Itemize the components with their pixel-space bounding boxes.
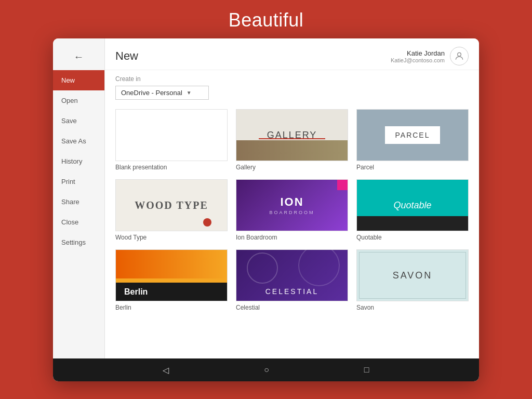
gallery-underline [259,138,325,139]
quotable-bar [357,216,468,231]
parcel-box: PARCEL [385,126,441,144]
dropdown-arrow-icon: ▼ [187,90,192,96]
template-label-parcel: Parcel [356,164,469,171]
user-info: Katie Jordan KatieJ@contoso.com [391,47,469,65]
template-label-gallery: Gallery [236,164,348,171]
berlin-text: Berlin [124,287,148,297]
template-thumb-celestial: CELESTIAL [236,249,348,301]
create-in-label: Create in [115,75,469,83]
template-gallery[interactable]: GALLERY Gallery [236,109,348,171]
sidebar-item-history[interactable]: History [53,151,104,171]
celestial-circle1 [247,252,278,284]
template-label-woodtype: Wood Type [115,234,228,241]
berlin-top [116,250,227,283]
template-label-blank: Blank presentation [115,164,228,171]
sidebar-item-share[interactable]: Share [53,192,104,212]
create-in-section: Create in OneDrive - Personal ▼ [105,70,479,104]
create-in-dropdown[interactable]: OneDrive - Personal ▼ [115,86,209,100]
template-thumb-woodtype: WOOD TYPE [115,179,228,231]
svg-point-0 [458,52,461,56]
user-name: Katie Jordan [391,49,445,57]
sidebar-item-print[interactable]: Print [53,171,104,192]
sidebar-item-settings[interactable]: Settings [53,232,104,252]
template-parcel[interactable]: PARCEL Parcel [356,109,469,171]
templates-grid: Blank presentation GALLERY Gallery PARCE… [105,104,479,358]
back-arrow-icon: ← [74,51,84,63]
berlin-stripe [116,278,227,283]
template-celestial[interactable]: CELESTIAL Celestial [236,249,348,311]
template-savon[interactable]: SAVON Savon [356,249,469,311]
template-label-berlin: Berlin [115,304,228,311]
parcel-text: PARCEL [395,131,430,139]
template-berlin[interactable]: Berlin Berlin [115,249,228,311]
celestial-text: CELESTIAL [265,287,318,296]
sidebar-item-new[interactable]: New [53,70,104,90]
sidebar-item-saveas[interactable]: Save As [53,131,104,151]
template-thumb-savon: SAVON [356,249,469,301]
tablet-shell: ← New Open Save Save As History Print Sh… [53,38,479,381]
template-label-quotable: Quotable [356,234,469,241]
template-thumb-parcel: PARCEL [356,109,469,161]
template-quotable[interactable]: Quotable Quotable [356,179,469,241]
sidebar-item-open[interactable]: Open [53,90,104,111]
template-thumb-quotable: Quotable [356,179,469,231]
template-thumb-gallery: GALLERY [236,109,348,161]
user-email: KatieJ@contoso.com [391,57,445,63]
template-label-celestial: Celestial [236,304,348,311]
template-label-ion: Ion Boardroom [236,234,348,241]
template-label-savon: Savon [356,304,469,311]
template-ion[interactable]: ION BOARDROOM Ion Boardroom [236,179,348,241]
page-title: Beautiful [229,9,304,31]
user-details: Katie Jordan KatieJ@contoso.com [391,49,445,63]
new-page-title: New [115,49,138,63]
user-avatar[interactable] [450,47,469,65]
create-in-value: OneDrive - Personal [121,89,182,97]
nav-recent-button[interactable]: □ [364,365,369,375]
main-header: New Katie Jordan KatieJ@contoso.com [105,38,479,70]
ion-subtext: BOARDROOM [269,210,314,215]
tablet-body: ← New Open Save Save As History Print Sh… [53,38,479,358]
woodtype-dot [203,218,211,227]
nav-back-button[interactable]: ◁ [163,365,169,375]
ion-accent [337,180,348,190]
ion-text: ION [280,195,303,209]
quotable-text: Quotable [393,200,431,211]
main-content: New Katie Jordan KatieJ@contoso.com [105,38,479,358]
template-woodtype[interactable]: WOOD TYPE Wood Type [115,179,228,241]
sidebar: ← New Open Save Save As History Print Sh… [53,38,105,358]
woodtype-text: WOOD TYPE [135,200,208,211]
template-blank[interactable]: Blank presentation [115,109,228,171]
savon-border [359,252,466,299]
template-thumb-blank [115,109,228,161]
sidebar-item-save[interactable]: Save [53,111,104,131]
template-thumb-ion: ION BOARDROOM [236,179,348,231]
nav-home-button[interactable]: ○ [264,365,269,375]
back-button[interactable]: ← [53,44,104,70]
template-thumb-berlin: Berlin [115,249,228,301]
sidebar-item-close[interactable]: Close [53,212,104,232]
berlin-bottom: Berlin [116,283,227,301]
celestial-circle2 [298,249,340,286]
android-nav-bar: ◁ ○ □ [53,358,479,381]
